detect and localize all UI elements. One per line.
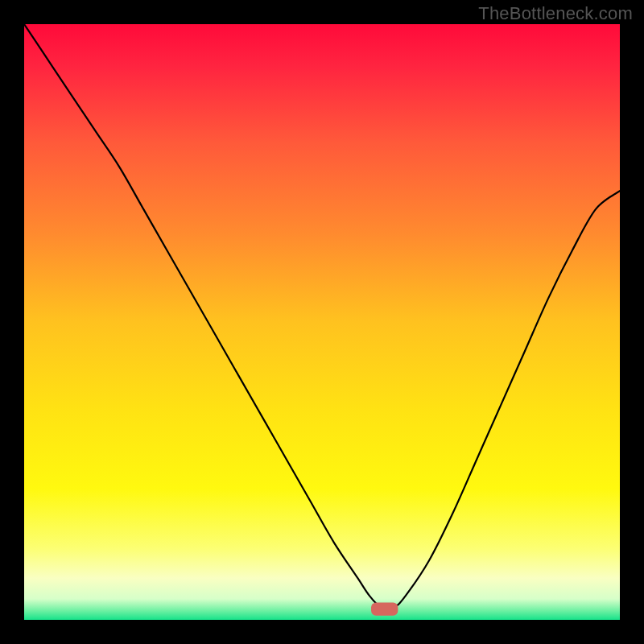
gradient-background xyxy=(24,24,620,620)
chart-frame: TheBottleneck.com xyxy=(0,0,644,644)
plot-area xyxy=(24,24,620,620)
plot-svg xyxy=(24,24,620,620)
optimum-marker xyxy=(371,603,398,616)
watermark-text: TheBottleneck.com xyxy=(478,3,633,24)
